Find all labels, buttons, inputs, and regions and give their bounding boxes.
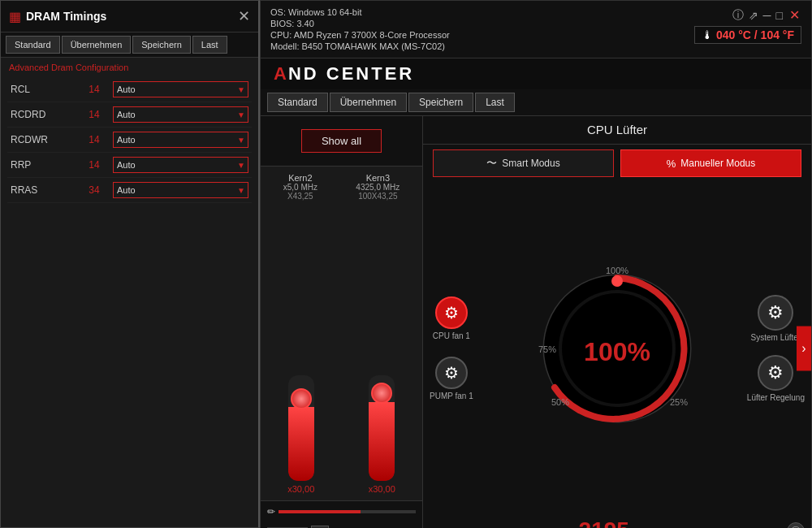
expand-arrow-button[interactable]: › bbox=[797, 326, 811, 370]
smart-mode-button[interactable]: 〜 Smart Modus bbox=[433, 149, 614, 177]
core2-slider-fill bbox=[288, 407, 314, 481]
core2-slider-col: x30,00 bbox=[287, 375, 314, 494]
waveform-icon: 〜 bbox=[486, 156, 497, 171]
ubernehmen-button[interactable]: Übernehmen bbox=[330, 93, 407, 112]
system-lufter-icon[interactable]: ⚙ bbox=[758, 295, 793, 331]
top-bar: OS: Windows 10 64-bit BIOS: 3.40 CPU: AM… bbox=[261, 1, 811, 58]
maximize-button[interactable]: □ bbox=[776, 7, 783, 23]
svg-text:100%: 100% bbox=[584, 337, 650, 366]
core3-header: Kern3 4325,0 MHz 100X43,25 bbox=[356, 173, 400, 201]
dram-title: DRAM Timings bbox=[26, 10, 106, 23]
svg-point-5 bbox=[611, 275, 623, 287]
dram-select-wrapper: Auto Manual bbox=[113, 182, 248, 198]
dram-param-name: RCL bbox=[11, 84, 76, 95]
percent-icon: % bbox=[667, 158, 676, 170]
dram-param-select[interactable]: Auto Manual bbox=[113, 132, 248, 148]
pencil-icon: ✏ bbox=[267, 506, 275, 517]
svg-text:100%: 100% bbox=[606, 267, 628, 275]
fan-title: CPU Lüfter bbox=[587, 123, 647, 136]
logo-text: ND CENTER bbox=[288, 63, 414, 84]
fan-title-area: CPU Lüfter bbox=[423, 116, 811, 145]
show-all-button[interactable]: Show all bbox=[301, 129, 382, 153]
pump-fan-1-label: PUMP fan 1 bbox=[430, 392, 473, 400]
core3-slider-track[interactable] bbox=[369, 375, 395, 481]
fan-icons-left: ⚙ CPU fan 1 ⚙ PUMP fan 1 bbox=[430, 182, 473, 514]
system-lufter-label: System Lüfter bbox=[751, 333, 801, 342]
dram-param-name: RCDWR bbox=[11, 134, 76, 145]
core3-label: Kern3 bbox=[366, 173, 390, 183]
dram-param-value: 14 bbox=[82, 134, 106, 145]
logo-accent: A bbox=[274, 63, 288, 84]
core2-mult: X43,25 bbox=[287, 192, 313, 201]
core3-mult: 100X43,25 bbox=[358, 192, 397, 201]
cpu-fan-1-icon[interactable]: ⚙ bbox=[435, 296, 468, 329]
core2-bottom-val: x30,00 bbox=[287, 484, 314, 494]
cpu-cores-panel: Show all Kern2 x5,0 MHz X43,25 Kern3 432… bbox=[261, 116, 423, 528]
dram-standard-button[interactable]: Standard bbox=[6, 36, 60, 54]
svg-text:50%: 50% bbox=[551, 397, 569, 407]
dram-speichern-button[interactable]: Speichern bbox=[132, 36, 191, 54]
core2-slider-handle[interactable] bbox=[291, 388, 312, 409]
speichern-button[interactable]: Speichern bbox=[408, 93, 473, 112]
dram-title-icon: ▦ bbox=[9, 9, 21, 24]
dram-close-button[interactable]: ✕ bbox=[238, 7, 250, 25]
lufter-regelung-icon[interactable]: ⚙ bbox=[758, 355, 793, 391]
table-row: RRAS 34 Auto Manual bbox=[7, 178, 252, 203]
core2-label: Kern2 bbox=[288, 173, 312, 183]
external-link-icon-button[interactable]: ⇗ bbox=[749, 7, 758, 23]
dram-param-name: RRAS bbox=[11, 184, 76, 196]
core2-freq: x5,0 MHz bbox=[283, 183, 317, 192]
manual-mode-label: Manueller Modus bbox=[680, 158, 755, 169]
main-window: OS: Windows 10 64-bit BIOS: 3.40 CPU: AM… bbox=[260, 0, 812, 528]
fan-control-panel: CPU Lüfter 〜 Smart Modus % Manueller Mod… bbox=[423, 116, 811, 528]
rpm-value: 2195 bbox=[579, 517, 629, 528]
progress-fill bbox=[279, 510, 361, 513]
table-row: RRP 14 Auto Manual bbox=[7, 153, 252, 178]
bios-info: BIOS: 3.40 bbox=[270, 19, 450, 28]
window-close-button[interactable]: ✕ bbox=[788, 7, 801, 23]
progress-bar bbox=[279, 510, 416, 513]
dram-titlebar: ▦ DRAM Timings ✕ bbox=[1, 1, 258, 32]
dram-select-wrapper: Auto Manual bbox=[113, 157, 248, 173]
rpm-display-area: 2195 rpm bbox=[423, 514, 811, 528]
minimize-button[interactable]: ─ bbox=[763, 7, 771, 23]
dram-ubernehmen-button[interactable]: Übernehmen bbox=[62, 36, 132, 54]
main-toolbar: Standard Übernehmen Speichern Last bbox=[261, 89, 811, 116]
dram-param-select[interactable]: Auto Manual bbox=[113, 182, 248, 198]
dram-last-button[interactable]: Last bbox=[192, 36, 227, 54]
manual-mode-button[interactable]: % Manueller Modus bbox=[620, 149, 801, 177]
info-icon-button[interactable]: ⓘ bbox=[732, 7, 744, 23]
standard-button[interactable]: Standard bbox=[267, 93, 328, 112]
dram-param-value: 14 bbox=[82, 84, 106, 95]
dram-toolbar: Standard Übernehmen Speichern Last bbox=[1, 32, 258, 58]
sliders-area: x30,00 x30,00 bbox=[261, 202, 422, 500]
cpu-fan-1-label: CPU fan 1 bbox=[433, 331, 470, 340]
svg-text:75%: 75% bbox=[538, 344, 556, 354]
system-lufeter-item: ⚙ System Lüfter bbox=[751, 295, 801, 342]
core3-freq: 4325,0 MHz bbox=[356, 183, 400, 192]
smart-mode-label: Smart Modus bbox=[502, 158, 559, 169]
cpu-fan-1-item: ⚙ CPU fan 1 bbox=[433, 296, 470, 340]
dram-param-name: RRP bbox=[11, 159, 76, 171]
table-row: RCDWR 14 Auto Manual bbox=[7, 128, 252, 153]
core2-slider-track[interactable] bbox=[288, 375, 314, 481]
content-area: Show all Kern2 x5,0 MHz X43,25 Kern3 432… bbox=[261, 116, 811, 528]
dram-param-name: RCDRD bbox=[11, 109, 76, 120]
bottom-input-row: 101,0 + ✏ bbox=[261, 522, 422, 528]
table-row: RCDRD 14 Auto Manual bbox=[7, 102, 252, 128]
dram-select-wrapper: Auto Manual bbox=[113, 132, 248, 148]
pump-fan-1-icon[interactable]: ⚙ bbox=[435, 357, 468, 389]
model-info: Modell: B450 TOMAHAWK MAX (MS-7C02) bbox=[270, 41, 450, 51]
dram-param-select[interactable]: Auto Manual bbox=[113, 157, 248, 173]
cpu-info: CPU: AMD Ryzen 7 3700X 8-Core Processor bbox=[270, 30, 450, 40]
last-button[interactable]: Last bbox=[475, 93, 515, 112]
dram-param-select[interactable]: Auto Manual bbox=[113, 106, 248, 123]
lufter-regelung-label: Lüfter Regelung bbox=[747, 393, 805, 402]
dram-param-select[interactable]: Auto Manual bbox=[113, 81, 248, 97]
dram-window: ▦ DRAM Timings ✕ Standard Übernehmen Spe… bbox=[0, 0, 260, 528]
thermometer-icon: 🌡 bbox=[702, 28, 713, 41]
dram-table: RCL 14 Auto Manual RCDRD 14 Auto Manual … bbox=[1, 74, 258, 527]
core3-slider-handle[interactable] bbox=[371, 383, 392, 404]
temp-display: 🌡 040 °C / 104 °F bbox=[694, 26, 801, 44]
pump-fan-1-item: ⚙ PUMP fan 1 bbox=[430, 357, 473, 400]
